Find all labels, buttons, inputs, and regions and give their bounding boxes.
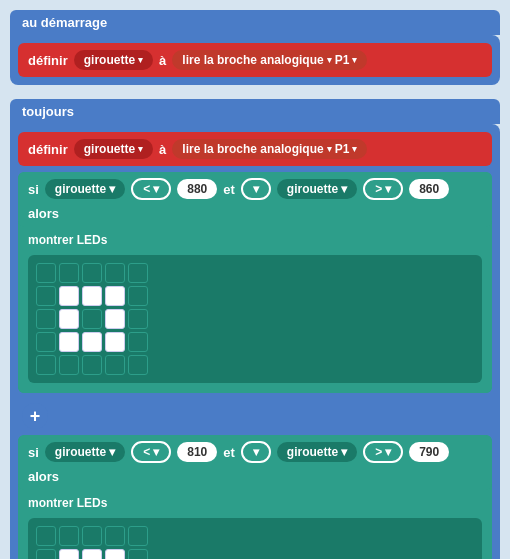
girouette-pill-1b[interactable]: girouette ▾ (277, 179, 357, 199)
op-arrow-2a: ▾ (153, 445, 159, 459)
val-text-1a: 880 (187, 182, 207, 196)
led-cell[interactable] (82, 355, 102, 375)
led-cell[interactable] (105, 355, 125, 375)
led-cell[interactable] (105, 526, 125, 546)
action-label: lire la broche analogique (182, 53, 323, 67)
alors-label-1: alors (28, 206, 59, 221)
led-cell[interactable] (59, 549, 79, 559)
montrer-led-label-2: montrer LEDs (28, 496, 482, 510)
val-pill-2a[interactable]: 810 (177, 442, 217, 462)
definir-label: définir (28, 53, 68, 68)
action-pill-2[interactable]: lire la broche analogique ▾ P1 ▾ (172, 139, 367, 159)
op-pill-2a[interactable]: < ▾ (131, 441, 171, 463)
variable-pill-1[interactable]: girouette ▾ (74, 50, 153, 70)
led-cell[interactable] (128, 332, 148, 352)
op-arrow-1a: ▾ (153, 182, 159, 196)
led-cell[interactable] (59, 526, 79, 546)
add-block-btn-1[interactable]: + (22, 403, 48, 429)
action-pill-1[interactable]: lire la broche analogique ▾ P1 ▾ (172, 50, 367, 70)
led-cell[interactable] (59, 286, 79, 306)
header-label: au démarrage (22, 15, 107, 30)
girouette-pill-2a[interactable]: girouette ▾ (45, 442, 125, 462)
led-cell[interactable] (59, 263, 79, 283)
led-cell[interactable] (82, 263, 102, 283)
au-demarrage-body: définir girouette ▾ à lire la broche ana… (10, 35, 500, 85)
action-label-2: lire la broche analogique (182, 142, 323, 156)
led-cell[interactable] (82, 549, 102, 559)
led-cell[interactable] (36, 263, 56, 283)
led-cell[interactable] (128, 263, 148, 283)
led-cell[interactable] (82, 286, 102, 306)
led-cell[interactable] (36, 355, 56, 375)
op-text-2a: < (143, 445, 150, 459)
led-grid-1[interactable] (28, 255, 482, 383)
a-label-2: à (159, 142, 166, 157)
op-pill-1a[interactable]: < ▾ (131, 178, 171, 200)
val-pill-1b[interactable]: 860 (409, 179, 449, 199)
led-grid-2[interactable] (28, 518, 482, 559)
val-text-1b: 860 (419, 182, 439, 196)
led-cell[interactable] (82, 332, 102, 352)
led-cell[interactable] (128, 526, 148, 546)
si-row-2: si girouette ▾ < ▾ 810 et ▾ (18, 435, 492, 490)
et-op-pill-1[interactable]: ▾ (241, 178, 271, 200)
girouette-text-2a: girouette (55, 445, 106, 459)
variable-pill-2[interactable]: girouette ▾ (74, 139, 153, 159)
val-text-2b: 790 (419, 445, 439, 459)
et-label-1: et (223, 182, 235, 197)
variable-name: girouette (84, 53, 135, 67)
pin-label: P1 (335, 53, 350, 67)
girouette-pill-1a[interactable]: girouette ▾ (45, 179, 125, 199)
led-cell[interactable] (105, 263, 125, 283)
led-cell[interactable] (128, 286, 148, 306)
led-cell[interactable] (36, 549, 56, 559)
led-cell[interactable] (128, 355, 148, 375)
led-cell[interactable] (105, 332, 125, 352)
led-cell[interactable] (59, 355, 79, 375)
led-cell[interactable] (105, 549, 125, 559)
led-cell[interactable] (128, 309, 148, 329)
led-cell[interactable] (128, 549, 148, 559)
led-cell[interactable] (36, 286, 56, 306)
led-cell[interactable] (82, 526, 102, 546)
et-op-pill-2[interactable]: ▾ (241, 441, 271, 463)
toujours-label: toujours (22, 104, 74, 119)
op-pill-1b[interactable]: > ▾ (363, 178, 403, 200)
led-cell[interactable] (36, 526, 56, 546)
led-cell[interactable] (105, 309, 125, 329)
op-pill-2b[interactable]: > ▾ (363, 441, 403, 463)
girouette-arrow-1b: ▾ (341, 182, 347, 196)
girouette-arrow-1a: ▾ (109, 182, 115, 196)
dropdown-arrow-5: ▾ (327, 144, 332, 154)
montrer-led-label-1: montrer LEDs (28, 233, 482, 247)
led-cell[interactable] (59, 332, 79, 352)
val-pill-2b[interactable]: 790 (409, 442, 449, 462)
led-cell[interactable] (59, 309, 79, 329)
girouette-pill-2b[interactable]: girouette ▾ (277, 442, 357, 462)
led-cell[interactable] (105, 286, 125, 306)
si-container-2: si girouette ▾ < ▾ 810 et ▾ (18, 435, 492, 559)
op-text-2b: > (375, 445, 382, 459)
girouette-text-1b: girouette (287, 182, 338, 196)
op-text-1a: < (143, 182, 150, 196)
op-arrow-2b: ▾ (385, 445, 391, 459)
val-pill-1a[interactable]: 880 (177, 179, 217, 199)
dropdown-arrow-3: ▾ (352, 55, 357, 65)
pin-label-2: P1 (335, 142, 350, 156)
led-block-2: montrer LEDs (18, 490, 492, 559)
workspace: au démarrage définir girouette ▾ à lire … (0, 0, 510, 559)
led-cell[interactable] (36, 332, 56, 352)
girouette-arrow-2b: ▾ (341, 445, 347, 459)
led-cell[interactable] (36, 309, 56, 329)
led-block-1: montrer LEDs (18, 227, 492, 393)
definir-block-2: définir girouette ▾ à lire la broche ana… (18, 132, 492, 166)
dropdown-arrow-4: ▾ (138, 144, 143, 154)
toujours-body: définir girouette ▾ à lire la broche ana… (10, 124, 500, 559)
si-label-2: si (28, 445, 39, 460)
et-label-2: et (223, 445, 235, 460)
toujours-group: toujours définir girouette ▾ à lire la b… (10, 99, 500, 559)
variable-name-2: girouette (84, 142, 135, 156)
led-cell[interactable] (82, 309, 102, 329)
op-arrow-1b: ▾ (385, 182, 391, 196)
dropdown-arrow: ▾ (138, 55, 143, 65)
